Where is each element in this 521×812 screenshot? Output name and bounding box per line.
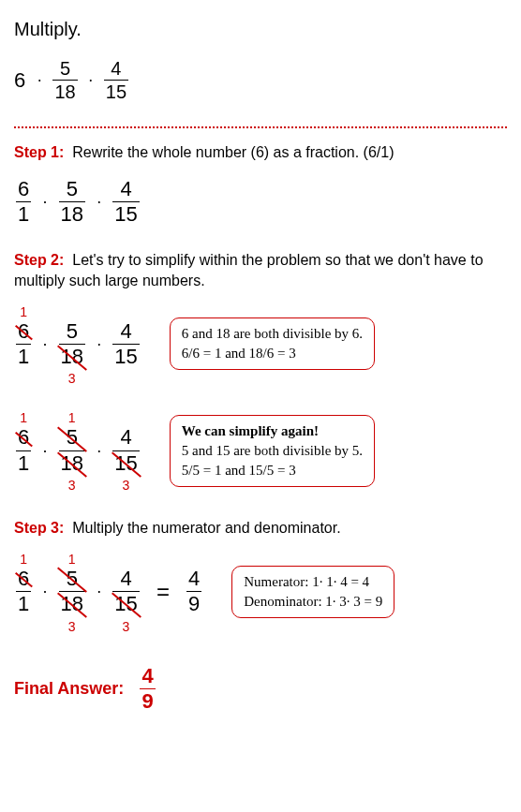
- fraction: 1 6 1: [16, 319, 31, 370]
- box-line: Numerator: 1· 1· 4 = 4: [244, 574, 369, 589]
- step-description: Multiply the numerator and denominator.: [72, 520, 340, 536]
- explanation-box: We can simplify again! 5 and 15 are both…: [170, 415, 375, 487]
- numerator: 5: [59, 319, 85, 345]
- fraction: 1 6 1: [16, 425, 31, 476]
- box-line-bold: We can simplify again!: [182, 423, 319, 438]
- denominator: 18: [59, 451, 85, 476]
- multiply-dot: ·: [42, 582, 47, 601]
- denominator: 9: [140, 689, 155, 714]
- step2b-row: 1 6 1 · 1 5 18 3 · 4 15 3 We can simplif…: [14, 411, 507, 490]
- denominator: 9: [186, 592, 201, 616]
- box-line: Denominator: 1· 3· 3 = 9: [244, 594, 382, 609]
- step-label: Step 3:: [14, 520, 64, 536]
- numerator: 4: [186, 567, 201, 592]
- box-line: 5 and 15 are both divisible by 5.: [182, 443, 363, 458]
- fraction: 4 15 3: [112, 567, 139, 617]
- fraction: 1 5 18 3: [59, 567, 85, 617]
- denominator: 18: [59, 345, 85, 369]
- cancel-annotation-bottom: 3: [68, 478, 76, 493]
- numerator: 5: [59, 425, 85, 450]
- step2a-expression: 1 6 1 · 5 18 3 · 4 15: [14, 319, 141, 370]
- initial-expression: 6 · 5 18 · 4 15: [14, 57, 507, 103]
- numerator: 6: [16, 319, 31, 345]
- numerator: 4: [140, 664, 155, 689]
- multiply-dot: ·: [42, 192, 47, 212]
- cancel-annotation-bottom: 3: [123, 619, 130, 634]
- step2a-row: 1 6 1 · 5 18 3 · 4 15 6 and 18 are both …: [14, 305, 507, 384]
- explanation-box: Numerator: 1· 1· 4 = 4 Denominator: 1· 3…: [231, 566, 394, 618]
- denominator: 15: [112, 345, 139, 369]
- step1-expression: 6 1 · 5 18 · 4 15: [14, 177, 507, 228]
- numerator: 5: [52, 57, 77, 81]
- final-fraction: 4 9: [140, 664, 155, 715]
- fraction: 4 15: [112, 319, 139, 370]
- multiply-dot: ·: [97, 192, 101, 212]
- fraction: 1 6 1: [16, 567, 31, 617]
- fraction: 5 18: [52, 57, 77, 103]
- whole-number: 6: [14, 68, 25, 93]
- numerator: 6: [16, 567, 31, 592]
- multiply-dot: ·: [97, 441, 101, 461]
- numerator: 5: [59, 567, 85, 592]
- final-label: Final Answer:: [14, 678, 124, 697]
- denominator: 18: [52, 81, 77, 103]
- numerator: 5: [59, 177, 85, 202]
- fraction: 1 5 18 3: [59, 425, 85, 476]
- fraction: 4 15: [112, 177, 139, 228]
- fraction: 4 15 3: [112, 425, 139, 476]
- fraction: 6 1: [16, 177, 31, 228]
- denominator: 15: [112, 592, 139, 616]
- multiply-dot: ·: [42, 441, 47, 461]
- step1-text: Step 1: Rewrite the whole number (6) as …: [14, 142, 507, 163]
- denominator: 1: [16, 592, 31, 616]
- box-line: 6/6 = 1 and 18/6 = 3: [182, 346, 296, 361]
- cancel-annotation-top: 1: [20, 304, 27, 319]
- cancel-annotation-top: 1: [20, 410, 27, 425]
- result-fraction: 4 9: [186, 567, 201, 617]
- cancel-annotation-bottom: 3: [123, 478, 130, 493]
- denominator: 15: [112, 451, 139, 476]
- denominator: 18: [59, 202, 85, 227]
- box-line: 6 and 18 are both divisible by 6.: [182, 326, 363, 341]
- denominator: 15: [104, 81, 128, 103]
- numerator: 4: [104, 57, 128, 81]
- numerator: 4: [112, 319, 139, 345]
- numerator: 4: [112, 567, 139, 592]
- multiply-dot: ·: [97, 582, 101, 601]
- cancel-annotation-bottom: 3: [68, 371, 76, 386]
- step-label: Step 1:: [14, 144, 64, 160]
- numerator: 4: [112, 177, 139, 202]
- step2-text: Step 2: Let's try to simplify within the…: [14, 250, 507, 290]
- cancel-annotation-top: 1: [68, 552, 76, 567]
- step-description: Let's try to simplify within the problem…: [14, 252, 484, 288]
- explanation-box: 6 and 18 are both divisible by 6. 6/6 = …: [170, 317, 375, 370]
- step2b-expression: 1 6 1 · 1 5 18 3 · 4 15 3: [14, 425, 141, 476]
- step-label: Step 2:: [14, 252, 64, 268]
- final-answer: Final Answer: 4 9: [14, 664, 507, 715]
- multiply-dot: ·: [42, 334, 47, 354]
- step3-text: Step 3: Multiply the numerator and denom…: [14, 518, 507, 539]
- fraction: 4 15: [104, 57, 128, 103]
- numerator: 4: [112, 425, 139, 450]
- numerator: 6: [16, 177, 31, 202]
- numerator: 6: [16, 425, 31, 450]
- step3-expression: 1 6 1 · 1 5 18 3 · 4 15 3 = 4 9: [14, 567, 203, 617]
- page-title: Multiply.: [14, 19, 507, 40]
- denominator: 1: [16, 451, 31, 476]
- section-divider: [14, 126, 507, 128]
- step-description: Rewrite the whole number (6) as a fracti…: [72, 144, 394, 160]
- cancel-annotation-top: 1: [20, 552, 27, 567]
- cancel-annotation-top: 1: [68, 410, 76, 425]
- equals-sign: =: [156, 579, 170, 605]
- multiply-dot: ·: [88, 70, 93, 90]
- fraction: 5 18 3: [59, 319, 85, 370]
- denominator: 1: [16, 345, 31, 369]
- denominator: 18: [59, 592, 85, 616]
- multiply-dot: ·: [37, 70, 42, 90]
- box-line: 5/5 = 1 and 15/5 = 3: [182, 463, 296, 478]
- denominator: 1: [16, 202, 31, 227]
- multiply-dot: ·: [97, 334, 101, 354]
- denominator: 15: [112, 202, 139, 227]
- cancel-annotation-bottom: 3: [68, 619, 76, 634]
- step3-row: 1 6 1 · 1 5 18 3 · 4 15 3 = 4 9 Numerato…: [14, 553, 507, 631]
